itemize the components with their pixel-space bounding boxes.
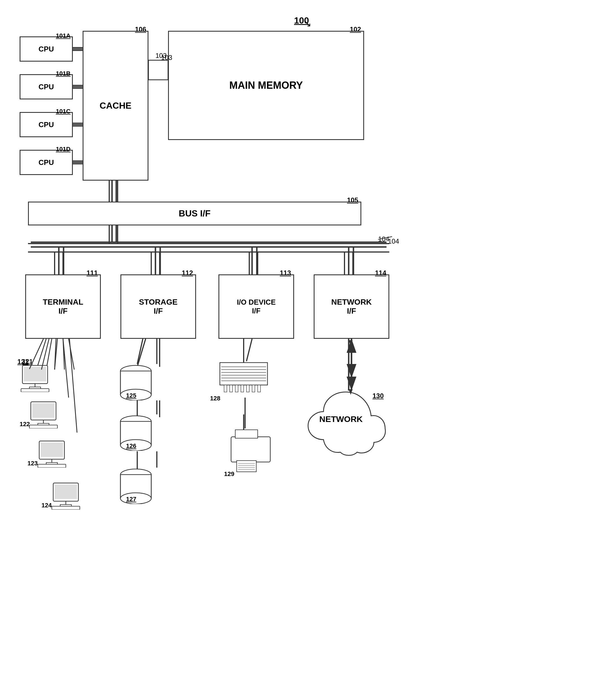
cpu-d-box: CPU 101D xyxy=(20,150,73,175)
cpu-b-ref: 101B xyxy=(56,70,71,77)
io-device-128-ref: 128 xyxy=(210,395,220,402)
svg-rect-82 xyxy=(241,385,244,392)
terminal-124: 124 xyxy=(50,482,87,509)
svg-rect-46 xyxy=(29,425,57,428)
svg-marker-133 xyxy=(349,340,353,346)
svg-rect-53 xyxy=(55,484,77,499)
ref-103: 103 xyxy=(161,54,172,61)
terminal-if-box: TERMINALI/F 111 xyxy=(25,274,101,339)
cpu-d-ref: 101D xyxy=(56,146,71,153)
svg-rect-79 xyxy=(224,385,227,392)
terminal-if-ref: 111 xyxy=(87,269,98,277)
svg-rect-41 xyxy=(21,389,49,392)
svg-line-27 xyxy=(63,339,65,370)
network-if-ref: 114 xyxy=(375,269,386,277)
svg-line-28 xyxy=(69,339,74,370)
svg-rect-84 xyxy=(252,385,255,392)
terminal-122: 122 xyxy=(28,400,65,428)
storage-126-ref: 126 xyxy=(126,443,137,450)
cpu-c-box: CPU 101C xyxy=(20,112,73,137)
diagram-title-arrow: ↘ xyxy=(304,18,311,29)
svg-line-129 xyxy=(246,339,252,361)
svg-rect-83 xyxy=(246,385,249,392)
cpu-c-ref: 101C xyxy=(56,108,71,115)
cpu-b-box: CPU 101B xyxy=(20,74,73,99)
storage-125: 125 xyxy=(118,364,154,400)
storage-if-ref: 112 xyxy=(182,269,193,277)
terminal-122-ref: 122 xyxy=(20,421,30,428)
storage-127-ref: 127 xyxy=(126,496,137,503)
storage-125-ref: 125 xyxy=(126,392,137,399)
svg-rect-86 xyxy=(231,437,270,462)
terminal-121: 121 xyxy=(20,364,56,392)
network-if-box: NETWORKI/F 114 xyxy=(314,274,389,339)
ref-121: 121 xyxy=(17,358,29,366)
svg-rect-43 xyxy=(32,403,55,418)
io-device-if-box: I/O DEVICEI/F 113 xyxy=(218,274,294,339)
svg-line-122 xyxy=(69,339,77,432)
cache-ref: 106 xyxy=(135,25,146,33)
storage-126: 126 xyxy=(118,415,154,451)
svg-rect-51 xyxy=(38,464,66,468)
svg-rect-85 xyxy=(258,385,261,392)
bus-if-ref: 105 xyxy=(347,196,358,204)
cpu-a-ref: 101A xyxy=(56,32,71,40)
bus-if-box: BUS I/F 105 xyxy=(28,202,361,225)
svg-line-123 xyxy=(137,339,143,364)
cache-label: CACHE xyxy=(100,101,131,111)
terminal-123-ref: 123 xyxy=(27,460,38,467)
svg-rect-56 xyxy=(52,506,80,509)
svg-rect-88 xyxy=(237,460,256,472)
svg-line-121 xyxy=(63,339,69,398)
terminal-123: 123 xyxy=(37,440,73,468)
svg-line-29 xyxy=(137,339,146,367)
terminal-124-ref: 124 xyxy=(42,502,52,509)
storage-if-box: STORAGEI/F 112 xyxy=(120,274,196,339)
cpu-a-box: CPU 101A xyxy=(20,36,73,61)
io-device-129: 129 xyxy=(230,428,272,473)
main-memory-ref: 102 xyxy=(350,25,361,33)
svg-rect-48 xyxy=(41,443,63,457)
svg-rect-101 xyxy=(148,60,168,80)
network-cloud: NETWORK 130 xyxy=(300,386,392,459)
svg-rect-38 xyxy=(24,367,46,381)
io-device-129-ref: 129 xyxy=(224,470,235,478)
cache-box: CACHE 106 xyxy=(82,31,148,181)
storage-127: 127 xyxy=(118,468,154,504)
svg-rect-80 xyxy=(230,385,233,392)
network-ref: 130 xyxy=(372,392,384,400)
svg-rect-87 xyxy=(235,430,258,438)
diagram-container: 100 ↘ CPU 101A CPU 101B CPU 101C CPU 101… xyxy=(0,0,603,700)
svg-rect-72 xyxy=(220,362,267,385)
io-device-128: 128 xyxy=(218,361,269,398)
io-device-if-ref: 113 xyxy=(280,269,291,277)
svg-rect-81 xyxy=(235,385,238,392)
network-label: NETWORK xyxy=(319,415,363,424)
main-memory-box: MAIN MEMORY 102 xyxy=(168,31,364,140)
ref-104: 104 xyxy=(388,238,399,245)
